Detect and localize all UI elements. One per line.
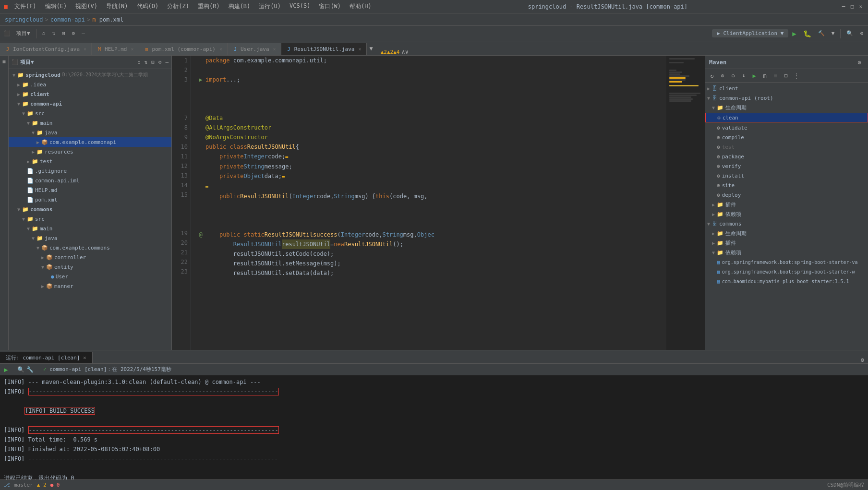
maven-remove-btn[interactable]: ⊖ (728, 71, 738, 81)
maven-item-common-api[interactable]: ▼ 🗄 common-api (root) (705, 93, 868, 103)
expand-springcloud[interactable]: ▼ (12, 72, 17, 78)
toolbar-project-dropdown[interactable]: 项目▼ (13, 29, 33, 38)
tab-close-resultjsonutil[interactable]: × (358, 47, 361, 52)
maven-item-commons-plugins[interactable]: ▶ 📁 插件 (705, 238, 868, 248)
maven-item-test[interactable]: ⚙ test (705, 142, 868, 152)
toolbar-build-btn[interactable]: 🔨 (815, 29, 828, 37)
run-tab-close[interactable]: × (83, 355, 86, 361)
tree-item-helpmd[interactable]: ▶ 📄 HELP.md (9, 185, 171, 195)
expand-commons-deps[interactable]: ▼ (712, 250, 717, 255)
tree-item-pomxml[interactable]: ▶ 📄 pom.xml (9, 195, 171, 204)
maven-download-btn[interactable]: ⬇ (739, 71, 748, 81)
tab-close-pomxml[interactable]: × (219, 47, 222, 52)
tree-item-src[interactable]: ▼ 📁 src (9, 108, 171, 118)
maven-dep-1[interactable]: ▦ org.springframework.boot:spring-boot-s… (705, 257, 868, 267)
tree-item-java[interactable]: ▼ 📁 java (9, 128, 171, 137)
tree-item-idea[interactable]: ▶ 📁 .idea (9, 80, 171, 89)
menu-run[interactable]: 运行(U) (255, 1, 285, 12)
tree-item-controller[interactable]: ▶ 📦 controller (9, 252, 171, 262)
maven-refresh-btn[interactable]: ↻ (707, 71, 717, 81)
expand-arrows[interactable]: ∧∨ (401, 48, 408, 55)
toolbar-more-btn[interactable]: ▼ (829, 29, 838, 37)
toolbar-run-btn[interactable]: ▶ (789, 29, 799, 38)
sidebar-home-btn[interactable]: ⌂ (137, 59, 141, 65)
expand-java[interactable]: ▼ (32, 130, 36, 135)
maven-item-verify[interactable]: ⚙ verify (705, 161, 868, 171)
expand-controller[interactable]: ▶ (41, 255, 46, 260)
tree-item-resources[interactable]: ▶ 📁 resources (9, 147, 171, 156)
menu-refactor[interactable]: 重构(R) (194, 1, 224, 12)
expand-idea[interactable]: ▶ (17, 82, 22, 87)
toolbar-run-config[interactable]: ▶ ClientApplication ▼ (712, 29, 788, 37)
run-search-btn[interactable]: 🔍 (17, 366, 24, 373)
tree-item-main[interactable]: ▼ 📁 main (9, 118, 171, 128)
expand-maven-plugins[interactable]: ▶ (712, 202, 717, 207)
toolbar-search-btn[interactable]: 🔍 (844, 29, 856, 37)
expand-package-commonapi[interactable]: ▶ (36, 140, 41, 145)
expand-common-api[interactable]: ▼ (17, 101, 22, 107)
code-content[interactable]: package com.example.commonapi.util; ▶ im… (191, 56, 666, 350)
tree-item-entity[interactable]: ▼ 📦 entity (9, 262, 171, 272)
tab-close-ioncontextconfig[interactable]: × (84, 47, 86, 52)
expand-manner[interactable]: ▶ (41, 284, 46, 289)
maven-expand-btn[interactable]: ≡ (771, 71, 780, 81)
breadcrumb-part-1[interactable]: springcloud (5, 16, 43, 23)
expand-entity[interactable]: ▼ (41, 264, 46, 270)
tree-item-iml[interactable]: ▶ 📄 common-api.iml (9, 176, 171, 185)
expand-client[interactable]: ▶ (17, 92, 22, 97)
tree-item-commons-main[interactable]: ▼ 📁 main (9, 224, 171, 233)
sidebar-hide-btn[interactable]: — (165, 59, 169, 65)
expand-resources[interactable]: ▶ (32, 149, 36, 155)
minimize-button[interactable]: ─ (840, 3, 847, 10)
tab-userjava[interactable]: J User.java × (228, 43, 281, 55)
menu-help[interactable]: 帮助(H) (346, 1, 375, 12)
tree-item-springcloud[interactable]: ▼ 📁 springcloud D:\2020-2024大学学习\大二第二学期 (9, 70, 171, 80)
maven-item-dependencies[interactable]: ▶ 📁 依赖项 (705, 209, 868, 219)
maximize-button[interactable]: □ (849, 3, 856, 10)
maven-item-commons[interactable]: ▼ 🗄 commons (705, 219, 868, 228)
maven-item-client[interactable]: ▶ 🗄 client (705, 84, 868, 93)
tree-item-gitignore[interactable]: ▶ 📄 .gitignore (9, 166, 171, 176)
expand-main[interactable]: ▼ (27, 120, 32, 126)
sidebar-sync-btn[interactable]: ⇅ (145, 59, 148, 65)
sidebar-collapse-btn[interactable]: ⊟ (151, 59, 155, 65)
expand-maven-commons[interactable]: ▼ (707, 221, 712, 227)
tab-helpmd[interactable]: M HELP.md × (92, 43, 139, 55)
run-play-btn[interactable]: ▶ (4, 366, 8, 373)
toolbar-home-btn[interactable]: ⌂ (39, 29, 48, 37)
tree-item-commons[interactable]: ▼ 📁 commons (9, 204, 171, 214)
maven-more-btn[interactable]: ⋮ (792, 71, 801, 81)
maven-item-commons-deps[interactable]: ▼ 📁 依赖项 (705, 248, 868, 257)
run-tab[interactable]: 运行: common-api [clean] × (0, 352, 93, 363)
close-button[interactable]: ✕ (857, 3, 864, 10)
menu-window[interactable]: 窗口(W) (315, 1, 345, 12)
maven-item-plugins[interactable]: ▶ 📁 插件 (705, 200, 868, 209)
menu-code[interactable]: 代码(O) (133, 1, 163, 12)
left-sidebar-project-icon[interactable]: ■ (1, 60, 7, 65)
maven-dep-3[interactable]: ▦ com.baomidou:mybatis-plus-boot-starter… (705, 276, 868, 286)
maven-collapse-btn[interactable]: ⊟ (781, 71, 791, 81)
maven-dep-2[interactable]: ▦ org.springframework.boot:spring-boot-s… (705, 267, 868, 276)
maven-run-btn[interactable]: ▶ (749, 71, 759, 81)
window-controls[interactable]: ─ □ ✕ (840, 3, 864, 10)
tree-item-package-commons[interactable]: ▼ 📦 com.example.commons (9, 243, 171, 252)
maven-item-package[interactable]: ⚙ package (705, 152, 868, 161)
toolbar-settings-btn[interactable]: ⚙ (69, 29, 78, 37)
breadcrumb-part-3[interactable]: m pom.xml (92, 16, 123, 23)
menu-analyze[interactable]: 分析(Z) (163, 1, 193, 12)
expand-commons-src[interactable]: ▼ (22, 216, 27, 222)
menu-view[interactable]: 视图(V) (72, 1, 101, 12)
tab-pomxml[interactable]: m pom.xml (common-api) × (139, 43, 228, 55)
menu-build[interactable]: 构建(B) (225, 1, 254, 12)
expand-maven-lifecycle[interactable]: ▼ (712, 105, 717, 110)
expand-package-commons[interactable]: ▼ (36, 245, 41, 251)
toolbar-hide-btn[interactable]: — (79, 29, 88, 37)
maven-item-deploy[interactable]: ⚙ deploy (705, 190, 868, 200)
sidebar-settings-btn[interactable]: ⚙ (158, 59, 162, 65)
maven-item-compile[interactable]: ⚙ compile (705, 132, 868, 142)
project-label[interactable]: 项目▼ (20, 59, 34, 66)
breadcrumb-part-2[interactable]: common-api (50, 16, 85, 23)
expand-maven-client[interactable]: ▶ (707, 86, 712, 91)
tree-item-manner[interactable]: ▶ 📦 manner (9, 281, 171, 291)
expand-maven-common-api[interactable]: ▼ (707, 96, 712, 101)
